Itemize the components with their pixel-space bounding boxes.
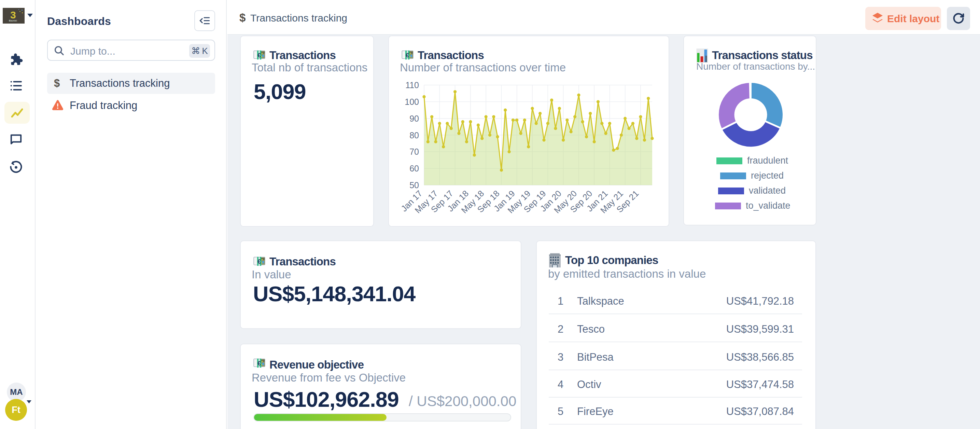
svg-text:60: 60 bbox=[409, 164, 419, 173]
svg-text:80: 80 bbox=[409, 131, 419, 140]
svg-text:70: 70 bbox=[409, 147, 419, 156]
svg-text:100: 100 bbox=[405, 97, 419, 107]
svg-text:90: 90 bbox=[409, 114, 419, 123]
svg-text:50: 50 bbox=[409, 180, 419, 190]
svg-text:110: 110 bbox=[405, 80, 419, 90]
